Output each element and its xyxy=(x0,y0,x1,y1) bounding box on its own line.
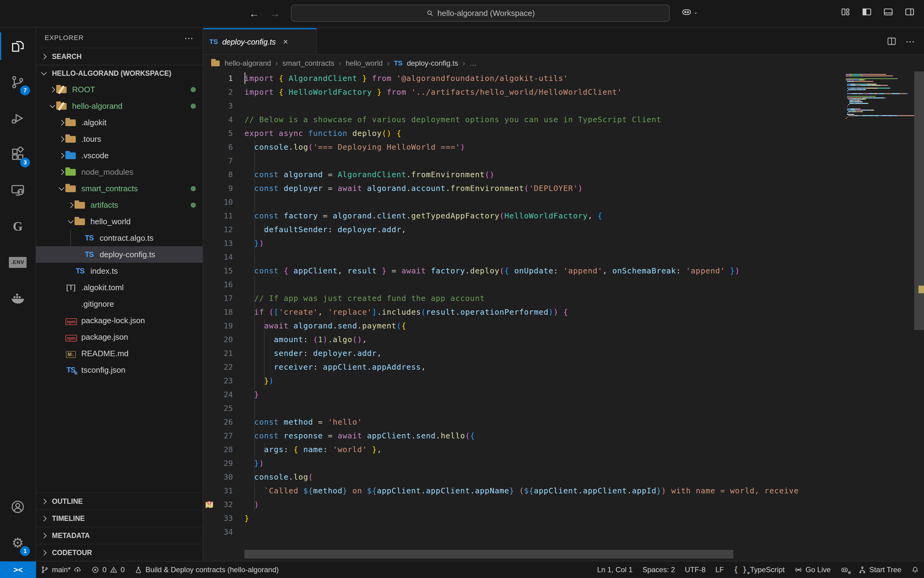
code-line-13[interactable]: }) xyxy=(244,237,842,250)
activity-item-extensions[interactable]: 3 xyxy=(0,136,36,172)
status-item-start-tree[interactable]: Start Tree xyxy=(853,562,906,578)
status-item-task-build-deploy[interactable]: Build & Deploy contracts (hello-algorand… xyxy=(130,562,284,578)
code-line-15[interactable]: const { appClient, result } = await fact… xyxy=(244,264,842,278)
tree-item-index.ts[interactable]: TSindex.ts xyxy=(36,263,203,279)
breadcrumb-item[interactable]: smart_contracts xyxy=(283,59,335,68)
code-line-6[interactable]: console.log('=== Deploying HelloWorld ==… xyxy=(244,140,842,154)
close-icon[interactable]: × xyxy=(283,37,288,47)
code-line-20[interactable]: amount: (1).algo(), xyxy=(244,333,842,346)
code-line-28[interactable]: args: { name: 'world' }, xyxy=(244,443,842,456)
status-item-git-branch[interactable]: main* xyxy=(36,562,86,578)
code-line-30[interactable]: console.log( xyxy=(244,470,842,484)
tree-item-package.json[interactable]: npmpackage.json xyxy=(36,329,203,345)
section-codetour[interactable]: CODETOUR xyxy=(36,544,203,561)
customize-layout-icon[interactable] xyxy=(840,7,851,17)
activity-item-dotenv[interactable]: .ENV xyxy=(0,244,36,281)
code-line-21[interactable]: sender: deployer.addr, xyxy=(244,346,842,360)
toggle-primary-sidebar-icon[interactable] xyxy=(862,7,872,17)
code-line-3[interactable] xyxy=(244,99,842,113)
activity-item-docker[interactable] xyxy=(0,281,36,317)
section-metadata[interactable]: METADATA xyxy=(36,527,203,544)
code-area[interactable]: 1234567891011121314151617181920212223242… xyxy=(203,71,924,561)
tree-item-README.md[interactable]: M↓README.md xyxy=(36,345,203,362)
breadcrumb-item[interactable]: hello_world xyxy=(346,59,383,68)
code-line-14[interactable] xyxy=(244,250,842,264)
activity-item-run-and-debug[interactable] xyxy=(0,100,36,136)
code-line-32[interactable]: ) xyxy=(244,498,842,511)
code-line-10[interactable] xyxy=(244,195,842,209)
tree-item-.vscode[interactable]: .vscode xyxy=(36,147,203,164)
code-line-16[interactable] xyxy=(244,278,842,291)
toggle-panel-icon[interactable] xyxy=(883,7,893,17)
codetour-map-icon[interactable] xyxy=(205,500,214,509)
back-arrow-icon[interactable]: ← xyxy=(249,8,260,19)
code-line-22[interactable]: receiver: appClient.appAddress, xyxy=(244,360,842,374)
activity-item-gitlens[interactable]: G xyxy=(0,208,36,244)
code-line-8[interactable]: const algorand = AlgorandClient.fromEnvi… xyxy=(244,168,842,182)
tree-item-hello_world[interactable]: hello_world xyxy=(36,213,203,230)
tree-item-.algokit.toml[interactable]: [T].algokit.toml xyxy=(36,279,203,296)
status-item-eol[interactable]: LF xyxy=(710,562,729,578)
status-item-remote-indicator[interactable]: >< xyxy=(0,562,36,578)
tree-item-artifacts[interactable]: artifacts xyxy=(36,197,203,213)
code-lines[interactable]: import { AlgorandClient } from '@algoran… xyxy=(244,71,842,539)
search-section[interactable]: SEARCH xyxy=(36,48,203,65)
code-line-4[interactable]: // Below is a showcase of various deploy… xyxy=(244,113,842,127)
tree-item-package-lock.json[interactable]: npmpackage-lock.json xyxy=(36,312,203,329)
forward-arrow-icon[interactable]: → xyxy=(270,8,280,19)
code-line-5[interactable]: export async function deploy() { xyxy=(244,127,842,140)
tree-item-smart_contracts[interactable]: smart_contracts xyxy=(36,180,203,197)
status-item-cursor-position[interactable]: Ln 1, Col 1 xyxy=(592,562,637,578)
status-item-notifications[interactable] xyxy=(906,562,924,578)
tree-item-.gitignore[interactable]: .gitignore xyxy=(36,296,203,312)
status-item-problems[interactable]: 00 xyxy=(86,562,130,578)
split-editor-icon[interactable] xyxy=(887,36,896,46)
code-line-11[interactable]: const factory = algorand.client.getTyped… xyxy=(244,209,842,223)
code-line-19[interactable]: await algorand.send.payment({ xyxy=(244,319,842,333)
code-line-12[interactable]: defaultSender: deployer.addr, xyxy=(244,223,842,237)
copilot-menu[interactable]: ⌄ xyxy=(681,7,698,17)
tree-item-.tours[interactable]: .tours xyxy=(36,131,203,147)
status-item-go-live[interactable]: Go Live xyxy=(789,562,836,578)
horizontal-scrollbar[interactable] xyxy=(244,550,733,559)
tree-item-tsconfig.json[interactable]: TStsconfig.json xyxy=(36,362,203,378)
code-line-1[interactable]: import { AlgorandClient } from '@algoran… xyxy=(244,71,842,85)
status-item-encoding[interactable]: UTF-8 xyxy=(680,562,710,578)
status-item-language-mode[interactable]: { }⊗TypeScript xyxy=(729,562,789,578)
tree-item-node_modules[interactable]: node_modules xyxy=(36,164,203,180)
code-line-29[interactable]: }) xyxy=(244,456,842,470)
code-line-23[interactable]: }) xyxy=(244,374,842,388)
minimap[interactable] xyxy=(844,71,914,561)
breadcrumb-item[interactable]: hello-algorand xyxy=(224,59,271,68)
activity-item-explorer[interactable] xyxy=(0,28,36,64)
code-line-26[interactable]: const method = 'hello' xyxy=(244,415,842,429)
breadcrumb-item[interactable]: deploy-config.ts xyxy=(407,59,458,68)
code-line-17[interactable]: // If app was just created fund the app … xyxy=(244,291,842,305)
section-timeline[interactable]: TIMELINE xyxy=(36,510,203,527)
activity-item-settings[interactable]: ⚙1 xyxy=(0,525,36,561)
activity-item-accounts[interactable] xyxy=(0,489,36,525)
code-line-24[interactable]: } xyxy=(244,388,842,401)
command-center-search[interactable]: hello-algorand (Workspace) xyxy=(291,5,670,22)
breadcrumb-item[interactable]: … xyxy=(469,59,477,68)
code-line-27[interactable]: const response = await appClient.send.he… xyxy=(244,429,842,443)
tree-item-ROOT[interactable]: ROOT xyxy=(36,81,203,98)
code-line-33[interactable]: } xyxy=(244,511,842,525)
activity-item-remote-explorer[interactable] xyxy=(0,172,36,208)
toggle-secondary-sidebar-icon[interactable] xyxy=(905,7,915,17)
code-line-25[interactable] xyxy=(244,401,842,415)
more-actions-icon[interactable]: ⋯ xyxy=(184,33,194,43)
code-line-7[interactable] xyxy=(244,154,842,168)
status-item-indentation[interactable]: Spaces: 2 xyxy=(637,562,680,578)
activity-item-source-control[interactable]: 7 xyxy=(0,64,36,100)
code-line-9[interactable]: const deployer = await algorand.account.… xyxy=(244,182,842,195)
tree-item-contract.algo.ts[interactable]: TScontract.algo.ts xyxy=(36,230,203,246)
status-item-copilot-status[interactable]: ⊗ xyxy=(836,562,853,578)
more-actions-icon[interactable]: ⋯ xyxy=(906,36,916,47)
tab-deploy-config[interactable]: TS deploy-config.ts × xyxy=(203,28,317,54)
tree-item-deploy-config.ts[interactable]: TSdeploy-config.ts xyxy=(36,246,203,263)
code-line-2[interactable]: import { HelloWorldFactory } from '../ar… xyxy=(244,85,842,99)
workspace-section-header[interactable]: HELLO-ALGORAND (WORKSPACE) xyxy=(36,65,203,81)
tree-item-hello-algorand[interactable]: hello-algorand xyxy=(36,98,203,114)
code-line-31[interactable]: `Called ${method} on ${appClient.appClie… xyxy=(244,484,842,498)
